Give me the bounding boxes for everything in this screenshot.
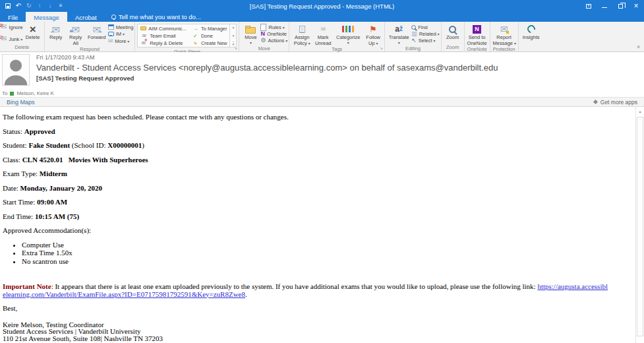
to-label: To (2, 90, 7, 96)
quick-steps-dialog-launcher-icon[interactable] (233, 45, 238, 51)
more-respond-label: More (115, 38, 129, 44)
quick-step-label: Team Email (150, 33, 175, 39)
get-more-apps[interactable]: Get more apps (594, 99, 637, 106)
rules-button[interactable]: Rules (260, 24, 287, 30)
quick-step-label: AIM Communic... (148, 26, 187, 32)
important-note-text: : It appears that there is at least one … (51, 282, 538, 290)
junk-label: Junk (9, 36, 22, 42)
zoom-magnifier-icon (449, 26, 456, 33)
tell-me-box[interactable]: Tell me what you want to do... (111, 12, 201, 22)
scroll-up-icon[interactable] (636, 107, 644, 116)
important-note-label: Important Note (3, 282, 51, 290)
follow-up-button[interactable]: Follow Up (363, 22, 383, 46)
tab-message[interactable]: Message (26, 12, 67, 22)
collapse-ribbon-icon[interactable] (637, 39, 640, 51)
bing-maps-addin[interactable]: Bing Maps (7, 99, 35, 106)
quick-step-item[interactable]: Team Email (140, 32, 187, 39)
translate-button[interactable]: Translate (386, 22, 411, 46)
ribbon: Ignore Junk Delete Delete Reply Reply Al… (0, 22, 644, 52)
delete-label: Delete (24, 35, 42, 41)
body-field-line: Status: Approved (3, 127, 608, 136)
quick-steps-scroll-down-icon[interactable] (233, 34, 235, 38)
follow-up-flag-icon (369, 25, 377, 34)
report-message-button[interactable]: Report Message (492, 22, 517, 46)
tab-acrobat[interactable]: Acrobat (67, 12, 105, 22)
to-line: To Melson, Keire K (2, 90, 54, 96)
onenote-n-icon (473, 25, 481, 34)
scrollbar-thumb[interactable] (637, 117, 643, 336)
body-scrollbar[interactable] (635, 107, 644, 343)
im-button[interactable]: IM (108, 31, 134, 38)
presence-indicator-icon (10, 92, 14, 96)
body-field-line: Start Time: 09:00 AM (3, 198, 608, 206)
ribbon-group-delete: Ignore Junk Delete Delete (0, 22, 45, 51)
insights-button[interactable]: Insights (520, 22, 542, 44)
junk-button[interactable]: Junk (1, 36, 23, 42)
actions-button[interactable]: Actions (260, 37, 287, 44)
forward-button[interactable]: Forward (86, 22, 108, 46)
quick-step-label: Done (201, 33, 213, 39)
move-button[interactable]: Move (241, 22, 260, 46)
quick-step-item[interactable]: Done (192, 32, 227, 39)
ribbon-group-quick-steps: AIM Communic...Team EmailReply & DeleteT… (135, 22, 239, 51)
select-label: Select (419, 38, 436, 44)
translate-label: Translate (388, 35, 410, 46)
reply-all-button[interactable]: Reply All (66, 22, 86, 46)
tab-file[interactable]: File (0, 12, 26, 22)
onenote-button[interactable]: OneNote (260, 30, 287, 37)
next-item-icon[interactable] (45, 1, 55, 11)
more-respond-button[interactable]: More (108, 38, 134, 44)
quick-step-item[interactable]: To Manager (192, 25, 227, 32)
junk-icon (1, 36, 7, 42)
reply-button[interactable]: Reply (46, 22, 66, 46)
mark-unread-label: Mark Unread (314, 35, 332, 46)
minimize-icon[interactable] (597, 0, 612, 12)
forward-label: Forward (87, 35, 107, 41)
categorize-button[interactable]: Categorize (333, 22, 363, 46)
redo-icon[interactable] (24, 1, 34, 11)
ignore-button[interactable]: Ignore (1, 24, 23, 30)
undo-icon[interactable] (14, 1, 23, 11)
person-silhouette-icon (3, 55, 29, 85)
zoom-button[interactable]: Zoom (443, 22, 463, 44)
related-button[interactable]: Related (411, 30, 439, 37)
delete-button[interactable]: Delete (23, 22, 43, 44)
quick-step-item[interactable]: Create New (192, 40, 227, 46)
meeting-button[interactable]: Meeting (108, 24, 134, 30)
mark-unread-button[interactable]: Mark Unread (313, 22, 333, 46)
mark-unread-icon (320, 26, 326, 32)
find-button[interactable]: Find (411, 24, 439, 30)
assign-policy-button[interactable]: Assign Policy (291, 22, 313, 46)
folder-icon (140, 26, 146, 30)
previous-item-icon[interactable] (35, 1, 44, 11)
accommodation-item: Computer Use (22, 241, 608, 249)
to-recipient[interactable]: Melson, Keire K (16, 90, 53, 96)
restore-icon[interactable] (612, 0, 628, 12)
customize-quick-access-toolbar-icon[interactable] (56, 1, 65, 11)
quick-step-item[interactable]: AIM Communic... (140, 25, 187, 32)
body-field-line: End Time: 10:15 AM (75) (3, 212, 608, 221)
accommodation-item: Extra Time 1.50x (22, 249, 608, 257)
quick-step-item[interactable]: Reply & Delete (140, 40, 187, 46)
send-to-onenote-button[interactable]: Send to OneNote (466, 22, 488, 46)
lightbulb-icon (111, 15, 116, 19)
window-title: [SAS] Testing Request Approved - Message… (250, 3, 394, 10)
send-to-onenote-label: Send to OneNote (467, 35, 487, 46)
quick-steps-scroll-up-icon[interactable] (233, 25, 235, 29)
body-field-line: Exam Type: Midterm (3, 170, 608, 178)
ribbon-group-move: Move Rules OneNote Actions Move (239, 22, 289, 51)
meeting-icon (108, 24, 114, 30)
message-from[interactable]: Vanderbilt - Student Access Services <no… (36, 63, 641, 73)
body-field-line: Class: CLN 4520.01 Movies With Superhero… (3, 156, 608, 164)
save-icon[interactable] (3, 1, 13, 11)
assign-policy-icon (299, 26, 305, 33)
important-note: Important Note: It appears that there is… (3, 283, 608, 298)
select-button[interactable]: Select (411, 37, 439, 44)
close-icon[interactable] (628, 0, 644, 12)
im-label: IM (116, 31, 125, 37)
categorize-icon (342, 26, 344, 32)
editing-group-label: Editing (386, 46, 439, 52)
assign-policy-label: Assign Policy (292, 35, 312, 46)
ribbon-display-options-icon[interactable] (581, 0, 597, 12)
tags-dialog-launcher-icon[interactable] (378, 45, 384, 51)
